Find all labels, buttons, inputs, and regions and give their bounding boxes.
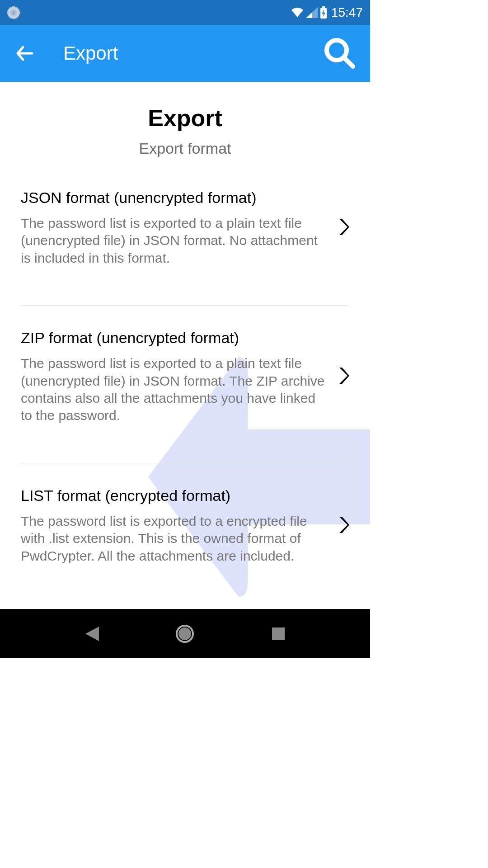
svg-line-3 <box>345 58 353 66</box>
loading-icon <box>7 6 20 19</box>
search-icon <box>323 37 357 70</box>
option-description: The password list is exported to a encry… <box>21 513 325 565</box>
status-time: 15:47 <box>331 5 363 20</box>
option-json-format[interactable]: JSON format (unencrypted format) The pas… <box>21 189 349 306</box>
option-title: ZIP format (unencrypted format) <box>21 329 325 347</box>
option-title: JSON format (unencrypted format) <box>21 189 325 207</box>
chevron-right-icon <box>338 218 349 238</box>
status-right: 15:47 <box>291 5 363 20</box>
wifi-icon <box>291 7 304 18</box>
option-text: LIST format (encrypted format) The passw… <box>21 487 338 565</box>
back-arrow-icon <box>15 43 35 63</box>
status-left <box>7 6 20 19</box>
app-bar: Export <box>0 25 370 82</box>
signal-icon <box>306 7 318 18</box>
page-title: Export <box>148 104 222 132</box>
svg-point-5 <box>178 627 191 640</box>
battery-charging-icon <box>319 6 328 19</box>
status-bar: 15:47 <box>0 0 370 25</box>
option-text: JSON format (unencrypted format) The pas… <box>21 189 338 267</box>
nav-recent-icon <box>271 627 286 641</box>
back-button[interactable] <box>14 42 36 65</box>
chevron-right-icon <box>338 367 349 387</box>
page-subtitle: Export format <box>139 140 231 157</box>
nav-back-icon <box>84 625 100 643</box>
status-icons <box>291 6 328 19</box>
option-text: ZIP format (unencrypted format) The pass… <box>21 329 338 425</box>
app-bar-title: Export <box>63 42 323 64</box>
search-button[interactable] <box>323 37 357 70</box>
nav-home-icon <box>175 624 195 644</box>
option-zip-format[interactable]: ZIP format (unencrypted format) The pass… <box>21 329 349 463</box>
svg-rect-6 <box>272 627 285 640</box>
option-description: The password list is exported to a plain… <box>21 215 325 267</box>
content: Export Export format JSON format (unencr… <box>0 82 370 627</box>
option-title: LIST format (encrypted format) <box>21 487 325 505</box>
options-list: JSON format (unencrypted format) The pas… <box>0 189 370 627</box>
chevron-right-icon <box>338 516 349 536</box>
svg-rect-1 <box>322 6 325 8</box>
option-description: The password list is exported to a plain… <box>21 355 325 425</box>
option-list-format[interactable]: LIST format (encrypted format) The passw… <box>21 487 349 603</box>
